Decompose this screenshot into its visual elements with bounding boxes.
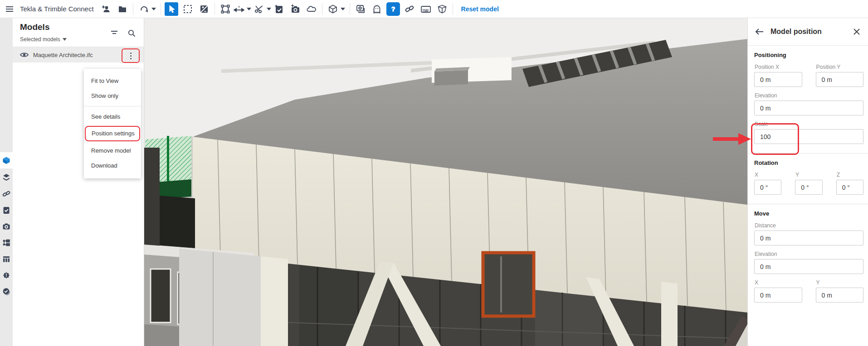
models-panel-header: Models Selected models: [13, 18, 144, 47]
sidebar-models-icon[interactable]: [0, 152, 13, 168]
model-list-row[interactable]: Maquette Architecte.ifc: [13, 47, 144, 62]
rotation-heading: Rotation: [754, 159, 863, 166]
sidebar-layers-icon[interactable]: [0, 171, 13, 184]
projects-folder-icon[interactable]: [116, 2, 129, 16]
toolbar-separator: [453, 3, 453, 15]
sidebar-todos-icon[interactable]: [0, 204, 13, 216]
rotation-y-input[interactable]: [795, 180, 822, 195]
menu-item-download[interactable]: Download: [84, 158, 141, 173]
select-cursor-button[interactable]: [165, 2, 178, 16]
models-panel: Models Selected models Maquette Architec…: [13, 18, 144, 346]
position-y-input[interactable]: [816, 72, 864, 87]
models-panel-title: Models: [20, 22, 49, 32]
share-link-icon[interactable]: [403, 2, 416, 16]
positioning-heading: Positioning: [754, 52, 863, 58]
menu-item-position-settings[interactable]: Position settings: [86, 127, 139, 140]
chevron-down-icon: [63, 38, 67, 41]
rotation-z-input[interactable]: [836, 180, 863, 195]
move-axis-icon[interactable]: x: [232, 2, 246, 16]
search-icon[interactable]: [127, 29, 136, 39]
cube-dropdown-caret[interactable]: [340, 2, 346, 16]
move-x-input[interactable]: [754, 288, 802, 303]
scale-field: Scale: [754, 121, 863, 144]
sort-icon[interactable]: [110, 29, 118, 38]
elevation-label: Elevation: [755, 92, 863, 99]
model-context-menu: Fit to View Show only See details Positi…: [84, 69, 141, 178]
transform-box-icon[interactable]: [219, 2, 232, 16]
back-arrow-icon[interactable]: [754, 26, 765, 37]
move-y-input[interactable]: [816, 288, 864, 303]
3d-viewport[interactable]: [144, 18, 747, 346]
markup-cloud-icon[interactable]: [305, 2, 318, 16]
help-button[interactable]: ?: [386, 2, 400, 16]
cut-dropdown-caret[interactable]: [266, 2, 272, 16]
building-model-render: [144, 18, 747, 346]
selected-models-label: Selected models: [20, 36, 60, 43]
svg-text:!: !: [5, 273, 7, 278]
add-snapshot-icon[interactable]: [288, 2, 302, 16]
elevation-input[interactable]: [754, 101, 863, 115]
position-y-label: Position Y: [816, 64, 864, 70]
kebab-icon: [130, 53, 132, 59]
position-x-input[interactable]: [754, 72, 802, 87]
menu-item-fit-to-view[interactable]: Fit to View: [84, 73, 141, 88]
rotation-x-label: X: [755, 172, 781, 178]
model-kebab-menu-button[interactable]: [122, 48, 140, 63]
toolbar-separator: [161, 3, 161, 15]
position-panel-title: Model position: [770, 28, 852, 36]
selected-models-dropdown[interactable]: Selected models: [20, 36, 67, 43]
section-cut-icon[interactable]: [252, 2, 266, 16]
section-divider: [748, 153, 868, 154]
section-divider: [748, 204, 868, 204]
scale-label: Scale: [755, 121, 863, 127]
svg-text:?: ?: [391, 5, 395, 13]
svg-text:x: x: [238, 5, 240, 9]
selection-filter-icon[interactable]: [197, 2, 211, 16]
close-icon[interactable]: [852, 27, 862, 37]
app-title: Tekla & Trimble Connect: [20, 5, 94, 13]
sidebar-status-icon[interactable]: [0, 285, 13, 298]
model-box-icon[interactable]: [435, 2, 449, 16]
visibility-eye-icon[interactable]: [20, 52, 29, 58]
sidebar-issues-icon[interactable]: !: [0, 269, 13, 282]
add-people-icon[interactable]: [99, 2, 113, 16]
view-cube-icon[interactable]: [326, 2, 340, 16]
add-todo-icon[interactable]: [272, 2, 286, 16]
menu-divider: [84, 106, 141, 106]
orbit-icon[interactable]: [137, 2, 151, 16]
rotation-x-input[interactable]: [754, 180, 781, 195]
rotation-y-label: Y: [795, 172, 822, 178]
model-name: Maquette Architecte.ifc: [33, 52, 93, 58]
move-distance-label: Distance: [755, 222, 863, 229]
sidebar-views-icon[interactable]: [0, 220, 13, 233]
menu-item-show-only[interactable]: Show only: [84, 88, 141, 103]
left-icon-sidebar: !: [0, 18, 13, 346]
sidebar-tables-icon[interactable]: [0, 253, 13, 265]
toolbar-separator: [350, 3, 350, 15]
move-elevation-input[interactable]: [754, 259, 863, 274]
menu-item-remove-model[interactable]: Remove model: [84, 143, 141, 158]
sidebar-hierarchy-icon[interactable]: [0, 236, 13, 249]
sidebar-links-icon[interactable]: [0, 187, 13, 200]
top-toolbar: Tekla & Trimble Connect x: [0, 0, 868, 18]
ghost-mode-icon[interactable]: [370, 2, 384, 16]
toolbar-separator: [215, 3, 215, 15]
menu-item-see-details[interactable]: See details: [84, 109, 141, 124]
reset-model-link[interactable]: Reset model: [461, 5, 499, 13]
marquee-select-icon[interactable]: [181, 2, 195, 16]
rotation-z-label: Z: [837, 172, 863, 178]
move-heading: Move: [754, 210, 863, 217]
move-elevation-label: Elevation: [755, 251, 863, 257]
position-panel-header: Model position: [748, 18, 868, 46]
move-dropdown-caret[interactable]: [246, 2, 252, 16]
orbit-dropdown-caret[interactable]: [151, 2, 157, 16]
move-y-label: Y: [816, 279, 864, 286]
hamburger-menu-icon[interactable]: [3, 2, 16, 16]
move-distance-input[interactable]: [754, 231, 863, 245]
trimble-connect-app: Tekla & Trimble Connect x: [0, 0, 868, 346]
overlay-views-icon[interactable]: [354, 2, 367, 16]
keyboard-shortcuts-icon[interactable]: [419, 2, 433, 16]
position-x-label: Position X: [755, 64, 802, 70]
scale-input[interactable]: [754, 129, 863, 144]
model-position-panel: Model position Positioning Position X Po…: [747, 18, 868, 346]
